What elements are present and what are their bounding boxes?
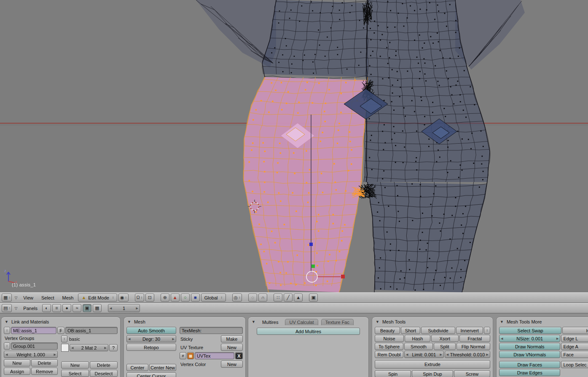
vertex-color-new-button[interactable]: New: [221, 361, 243, 368]
auto-smooth-button[interactable]: Auto Smooth: [126, 327, 176, 334]
manipulator-scale-button[interactable]: ■: [191, 294, 200, 302]
panels-menu[interactable]: Panels: [20, 305, 41, 312]
object-name-field[interactable]: OB:assis_1: [65, 327, 118, 334]
viewport-3d[interactable]: z x (1) assis_1: [0, 0, 588, 292]
world-context-button[interactable]: ≈: [72, 304, 81, 312]
innervert-cycle-button[interactable]: ↕: [484, 327, 490, 334]
material-delete-button[interactable]: Delete: [90, 361, 118, 369]
extrude-button[interactable]: Extrude: [375, 360, 490, 369]
mesh-name-field[interactable]: ME:assis_1: [11, 327, 56, 334]
snap-magnet-button[interactable]: ∩: [258, 294, 267, 302]
texmesh-field[interactable]: TexMesh:: [180, 327, 243, 334]
render-preview-button[interactable]: ▣: [309, 294, 318, 302]
spin-dup-button[interactable]: Spin Dup: [412, 370, 453, 377]
rotation-center-dropdown[interactable]: ◎ ↕: [232, 294, 242, 302]
tab-uv-calculate[interactable]: UV Calculat: [285, 319, 318, 325]
edge-angles-button[interactable]: Edge A: [561, 343, 588, 350]
material-select-button[interactable]: Select: [61, 370, 89, 377]
vertex-group-field[interactable]: Group.001: [11, 342, 58, 350]
threshold-field[interactable]: Threshold: 0.010: [445, 351, 490, 358]
sticky-make-button[interactable]: Make: [221, 335, 243, 342]
add-multires-button[interactable]: Add Multires: [257, 328, 360, 335]
draw-normals-button[interactable]: Draw Normals: [499, 343, 560, 350]
uv-texture-new-button[interactable]: New: [221, 344, 243, 351]
edge-length-button[interactable]: Edge L: [561, 335, 588, 342]
material-deselect-button[interactable]: Deselect: [90, 370, 118, 377]
innervert-button[interactable]: Innervert: [456, 327, 483, 334]
material-new-button[interactable]: New: [61, 361, 89, 369]
editor-type-button[interactable]: ▤ ↕: [2, 304, 12, 312]
weight-field[interactable]: Weight: 1.000: [4, 351, 58, 358]
rem-doubles-button[interactable]: Rem Doubl: [375, 351, 403, 358]
hide-button[interactable]: Hide: [562, 327, 588, 334]
editing-context-button[interactable]: ▣: [83, 304, 91, 312]
header-collapse-button[interactable]: ▽: [13, 296, 19, 300]
face-area-button[interactable]: Face: [561, 351, 588, 358]
menu-select[interactable]: Select: [38, 294, 58, 301]
loop-select-button[interactable]: Loop Selec: [561, 361, 588, 368]
menu-view[interactable]: View: [20, 294, 37, 301]
draw-vnormals-button[interactable]: Draw VNormals: [499, 351, 560, 358]
viewport-shading-dropdown[interactable]: ◉ ↕: [118, 294, 129, 302]
center-button[interactable]: Center: [126, 364, 148, 371]
draw-edges-button[interactable]: Draw Edges: [499, 369, 560, 376]
manipulator-rotate-button[interactable]: ○: [181, 294, 190, 302]
center-cursor-button[interactable]: Center Cursor: [126, 372, 176, 377]
panel-collapse-icon[interactable]: ▼: [127, 320, 131, 324]
mode-dropdown[interactable]: ▲ Edit Mode ↕: [78, 294, 117, 302]
flip-normal-button[interactable]: Flip Normal: [456, 343, 490, 350]
draw-faces-button[interactable]: Draw Faces: [499, 361, 560, 368]
logic-context-button[interactable]: ◐: [42, 304, 51, 312]
snap-target-button[interactable]: ⊡: [145, 294, 154, 302]
xsort-button[interactable]: Xsort: [431, 335, 459, 342]
limit-field[interactable]: Limit: 0.001: [404, 351, 444, 358]
header-collapse-button[interactable]: ▽: [13, 306, 19, 310]
nsize-field[interactable]: NSize: 0.001: [499, 335, 560, 342]
screw-button[interactable]: Screw: [454, 370, 490, 377]
panel-collapse-icon[interactable]: ▼: [252, 320, 255, 324]
proportional-edit-button[interactable]: ◌: [248, 294, 257, 302]
split-button[interactable]: Split: [434, 343, 455, 350]
spin-button[interactable]: Spin: [375, 370, 411, 377]
manipulator-translate-button[interactable]: ▲: [171, 294, 180, 302]
shading-context-button[interactable]: ●: [62, 304, 71, 312]
beauty-button[interactable]: Beauty: [375, 327, 400, 334]
hash-button[interactable]: Hash: [405, 335, 430, 342]
uvtex-delete-button[interactable]: X: [235, 352, 243, 359]
vertex-group-browse-button[interactable]: ↕: [4, 342, 10, 350]
select-swap-button[interactable]: Select Swap: [499, 327, 561, 334]
edge-select-button[interactable]: ╱: [284, 294, 293, 302]
vgroup-remove-button[interactable]: Remove: [31, 368, 58, 375]
script-context-button[interactable]: ≡: [52, 304, 61, 312]
to-sphere-button[interactable]: To Sphere: [375, 343, 403, 350]
scene-context-button[interactable]: ▦: [93, 304, 102, 312]
fake-user-button[interactable]: F: [57, 327, 64, 334]
panel-collapse-icon[interactable]: ▼: [500, 320, 504, 324]
panel-collapse-icon[interactable]: ▼: [376, 320, 379, 324]
editor-type-button[interactable]: ▦ ↕: [2, 294, 12, 302]
tab-texture-face[interactable]: Texture Fac: [321, 319, 354, 325]
center-new-button[interactable]: Center New: [149, 364, 176, 371]
pivot-dropdown[interactable]: Ω ↕: [135, 294, 144, 302]
material-browse-button[interactable]: ↕: [61, 335, 67, 342]
vgroup-new-button[interactable]: New: [4, 359, 30, 366]
menu-mesh[interactable]: Mesh: [59, 294, 77, 301]
retopo-button[interactable]: Retopo: [126, 344, 176, 351]
vgroup-delete-button[interactable]: Delete: [31, 359, 58, 366]
material-help-button[interactable]: ?: [109, 344, 118, 351]
vertex-select-button[interactable]: ∷: [274, 294, 282, 302]
material-count-field[interactable]: 2 Mat 2: [70, 344, 108, 351]
fractal-button[interactable]: Fractal: [459, 335, 490, 342]
panel-collapse-icon[interactable]: ▼: [5, 320, 8, 324]
short-button[interactable]: Short: [401, 327, 420, 334]
uvtex-name-field[interactable]: UVTex: [195, 352, 234, 359]
noise-button[interactable]: Noise: [375, 335, 404, 342]
degr-field[interactable]: Degr: 30: [126, 335, 176, 342]
subdivide-button[interactable]: Subdivide: [421, 327, 456, 334]
manipulator-hand-button[interactable]: ⊕: [161, 294, 169, 302]
frame-number-field[interactable]: 1: [108, 304, 140, 312]
face-select-button[interactable]: ▲: [294, 294, 303, 302]
material-color-swatch[interactable]: [61, 344, 69, 352]
mesh-browse-button[interactable]: ↕: [4, 327, 10, 334]
grid-icon-button[interactable]: #: [180, 352, 186, 359]
